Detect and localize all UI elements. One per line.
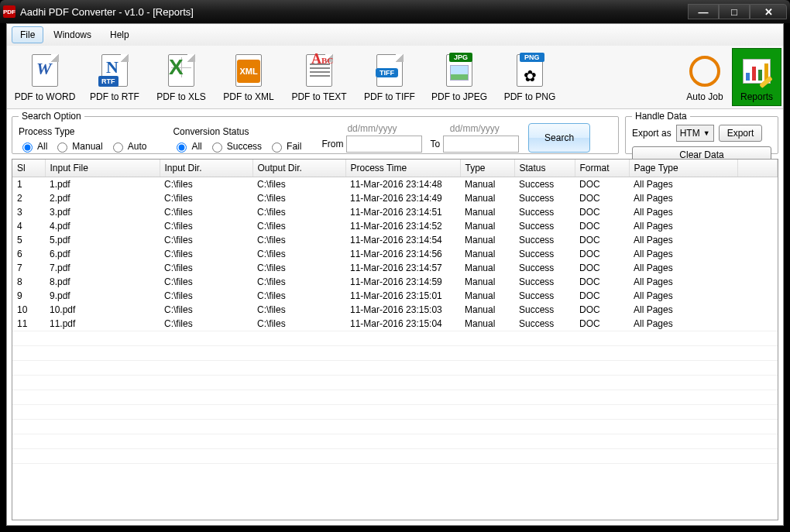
search-option-legend: Search Option (19, 111, 84, 122)
menu-file[interactable]: File (12, 26, 43, 43)
table-row[interactable]: 99.pdfC:\filesC:\files11-Mar-2016 23:15:… (12, 289, 778, 303)
table-row[interactable]: 1010.pdfC:\filesC:\files11-Mar-2016 23:1… (12, 303, 778, 317)
word-icon: W (26, 53, 64, 90)
cell-status: Success (514, 247, 575, 261)
cell-type: Manual (460, 177, 514, 192)
toolbar-pdf-to-jpeg[interactable]: JPG PDF to JPEG (424, 48, 495, 106)
toolbar-auto-job[interactable]: Auto Job (678, 48, 732, 106)
cell-page_type: All Pages (629, 219, 737, 233)
table-row[interactable]: 55.pdfC:\filesC:\files11-Mar-2016 23:14:… (12, 233, 778, 247)
cell-output_dir: C:\files (252, 219, 345, 233)
cell-status: Success (514, 303, 575, 317)
cell-format: DOC (575, 317, 629, 331)
reports-icon (738, 53, 775, 90)
toolbar-pdf-to-xml[interactable]: XML PDF to XML (215, 48, 283, 106)
table-row[interactable]: 88.pdfC:\filesC:\files11-Mar-2016 23:14:… (12, 275, 778, 289)
minimize-button[interactable]: — (688, 4, 719, 19)
cell-input_dir: C:\files (160, 233, 252, 247)
cell-type: Manual (460, 191, 514, 205)
cell-format: DOC (575, 219, 629, 233)
results-table: Sl Input File Input Dir. Output Dir. Pro… (12, 160, 778, 478)
cs-fail-radio[interactable]: Fail (268, 140, 301, 153)
table-row[interactable]: 77.pdfC:\filesC:\files11-Mar-2016 23:14:… (12, 261, 778, 275)
cell-sl: 2 (12, 191, 45, 205)
conversion-status-label: Conversion Status (173, 126, 306, 137)
col-sl[interactable]: Sl (12, 160, 45, 177)
col-input-dir[interactable]: Input Dir. (160, 160, 252, 177)
search-button[interactable]: Search (528, 123, 590, 153)
cell-process_time: 11-Mar-2016 23:14:49 (345, 191, 460, 205)
export-format-select[interactable]: HTM ▼ (676, 125, 714, 142)
to-label: To (430, 139, 440, 149)
cell-type: Manual (460, 247, 514, 261)
toolbar-pdf-to-rtf[interactable]: N RTF PDF to RTF (81, 48, 148, 106)
rtf-icon: N RTF (96, 53, 133, 90)
cs-all-radio[interactable]: All (173, 140, 201, 153)
col-output-dir[interactable]: Output Dir. (252, 160, 345, 177)
cell-page_type: All Pages (629, 247, 737, 261)
cell-type: Manual (460, 205, 514, 219)
toolbar-pdf-to-text[interactable]: ABC PDF to TEXT (283, 48, 356, 106)
pt-all-radio[interactable]: All (19, 140, 47, 153)
cs-success-radio[interactable]: Success (208, 140, 262, 153)
col-type[interactable]: Type (460, 160, 514, 177)
cell-input_file: 10.pdf (45, 303, 160, 317)
toolbar-pdf-to-xls[interactable]: X PDF to XLS (148, 48, 215, 106)
table-row[interactable]: 66.pdfC:\filesC:\files11-Mar-2016 23:14:… (12, 247, 778, 261)
title-bar[interactable]: PDF Aadhi PDF Converter - v1.0 - [Report… (0, 0, 790, 23)
table-row-empty (12, 420, 778, 434)
toolbar-pdf-to-tiff[interactable]: TIFF PDF to TIFF (356, 48, 424, 106)
cell-format: DOC (575, 191, 629, 205)
toolbar-pdf-to-word[interactable]: W PDF to WORD (9, 48, 81, 106)
table-row[interactable]: 22.pdfC:\filesC:\files11-Mar-2016 23:14:… (12, 191, 778, 205)
cell-type: Manual (460, 261, 514, 275)
pt-auto-radio[interactable]: Auto (109, 140, 147, 153)
table-row-empty (12, 464, 778, 479)
cell-input_file: 11.pdf (45, 317, 160, 331)
maximize-button[interactable]: □ (719, 4, 750, 19)
from-date-placeholder: dd/mm/yyyy (347, 123, 397, 134)
cell-sl: 6 (12, 247, 45, 261)
results-grid[interactable]: Sl Input File Input Dir. Output Dir. Pro… (12, 159, 778, 520)
toolbar-reports[interactable]: Reports (732, 48, 781, 106)
cell-input_dir: C:\files (160, 303, 252, 317)
col-status[interactable]: Status (514, 160, 575, 177)
cell-format: DOC (575, 289, 629, 303)
auto-job-icon (686, 53, 723, 90)
table-row-empty (12, 361, 778, 376)
app-icon: PDF (3, 5, 15, 18)
cell-format: DOC (575, 303, 629, 317)
to-date-input[interactable] (443, 136, 519, 153)
close-button[interactable]: ✕ (750, 4, 787, 19)
export-button[interactable]: Export (719, 125, 763, 142)
table-row[interactable]: 1111.pdfC:\filesC:\files11-Mar-2016 23:1… (12, 317, 778, 331)
col-process-time[interactable]: Process Time (345, 160, 460, 177)
table-row-empty (12, 346, 778, 361)
cell-type: Manual (460, 275, 514, 289)
table-row-empty (12, 449, 778, 464)
cell-page_type: All Pages (629, 275, 737, 289)
cell-process_time: 11-Mar-2016 23:15:01 (345, 289, 460, 303)
table-row[interactable]: 33.pdfC:\filesC:\files11-Mar-2016 23:14:… (12, 205, 778, 219)
cell-output_dir: C:\files (252, 317, 345, 331)
menu-bar: File Windows Help (7, 24, 783, 46)
table-row-empty (12, 376, 778, 390)
col-page-type[interactable]: Page Type (629, 160, 737, 177)
toolbar-pdf-to-png[interactable]: PNG✿ PDF to PNG (495, 48, 565, 106)
cell-format: DOC (575, 233, 629, 247)
table-row[interactable]: 44.pdfC:\filesC:\files11-Mar-2016 23:14:… (12, 219, 778, 233)
filter-panel: Search Option Process Type All Manual Au… (7, 109, 783, 159)
cell-output_dir: C:\files (252, 177, 345, 192)
cell-input_file: 8.pdf (45, 275, 160, 289)
table-row[interactable]: 11.pdfC:\filesC:\files11-Mar-2016 23:14:… (12, 177, 778, 192)
table-row-empty (12, 434, 778, 449)
from-date-input[interactable] (346, 136, 422, 153)
menu-windows[interactable]: Windows (45, 26, 100, 43)
menu-help[interactable]: Help (101, 26, 138, 43)
cell-input_file: 5.pdf (45, 233, 160, 247)
pt-manual-radio[interactable]: Manual (53, 140, 102, 153)
cell-input_dir: C:\files (160, 177, 252, 192)
col-format[interactable]: Format (575, 160, 629, 177)
col-input-file[interactable]: Input File (45, 160, 160, 177)
cell-output_dir: C:\files (252, 205, 345, 219)
